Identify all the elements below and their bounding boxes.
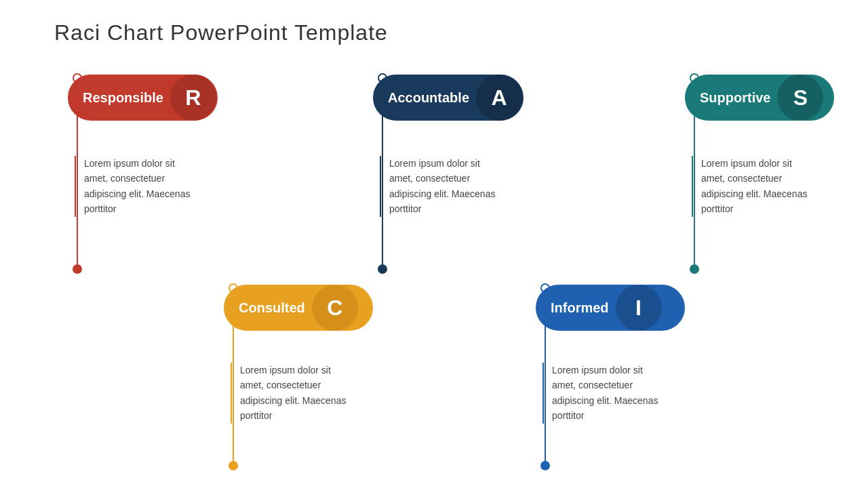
description-informed: Lorem ipsum dolor sit amet, consectetuer… — [542, 363, 665, 424]
letter-circle-supportive: S — [777, 75, 823, 121]
letter-circle-informed: I — [616, 285, 662, 331]
label-accountable: Accountable — [388, 90, 476, 106]
label-responsible: Responsible — [83, 90, 170, 106]
bottom-dot-accountable — [378, 264, 387, 274]
bottom-dot-supportive — [690, 264, 699, 274]
pill-informed: InformedI — [536, 285, 685, 331]
description-accountable: Lorem ipsum dolor sit amet, consectetuer… — [380, 156, 502, 217]
bottom-dot-informed — [540, 461, 550, 470]
bottom-dot-consulted — [229, 461, 238, 470]
description-consulted: Lorem ipsum dolor sit amet, consectetuer… — [231, 363, 353, 424]
label-informed: Informed — [551, 300, 616, 316]
description-responsible: Lorem ipsum dolor sit amet, consectetuer… — [75, 156, 197, 217]
letter-circle-consulted: C — [312, 285, 358, 331]
pill-responsible: ResponsibleR — [68, 75, 218, 121]
label-supportive: Supportive — [700, 90, 777, 106]
pill-accountable: AccountableA — [373, 75, 524, 121]
pill-supportive: SupportiveS — [685, 75, 834, 121]
pill-consulted: ConsultedC — [224, 285, 373, 331]
label-consulted: Consulted — [239, 300, 312, 316]
letter-circle-accountable: A — [476, 75, 522, 121]
description-supportive: Lorem ipsum dolor sit amet, consectetuer… — [692, 156, 814, 217]
letter-circle-responsible: R — [170, 75, 216, 121]
bottom-dot-responsible — [73, 264, 82, 274]
page-title: Raci Chart PowerPoint Template — [54, 20, 388, 45]
